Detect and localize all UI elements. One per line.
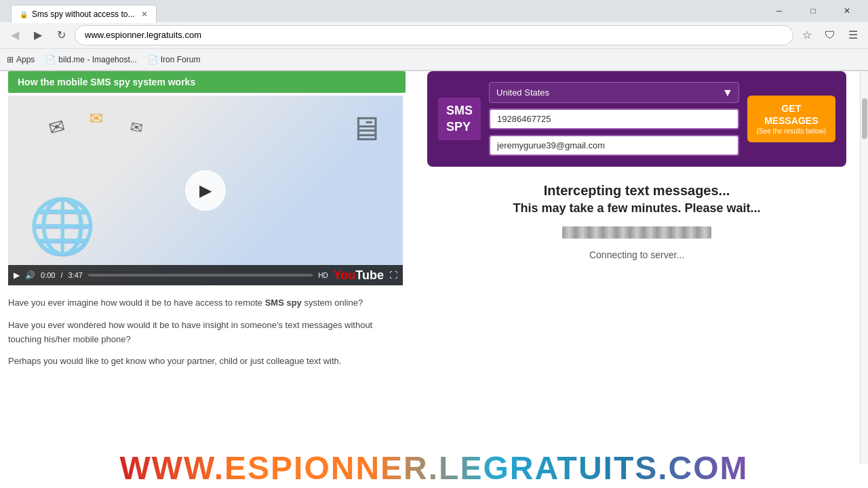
close-btn[interactable]: ✕: [831, 1, 863, 20]
sms-spy-header: SMS SPY United States United Kingdom Can…: [438, 82, 835, 156]
menu-btn[interactable]: ☰: [844, 26, 863, 45]
iron-label: Iron Forum: [161, 55, 201, 64]
btn-sub: (See the results below): [757, 127, 826, 136]
shield-icon[interactable]: 🛡: [821, 26, 840, 45]
title-bar: 🔒 Sms spy without access to... ✕ ─ □ ✕: [0, 0, 868, 22]
tab-favicon: 🔒: [20, 11, 28, 18]
phone-input[interactable]: [489, 108, 739, 129]
loading-bar: [562, 226, 711, 239]
video-container: How to spy SMS without access to target …: [8, 96, 403, 285]
apps-label: Apps: [16, 55, 35, 64]
tab-title: Sms spy without access to...: [32, 9, 134, 19]
country-row: United States United Kingdom Canada ▼: [489, 82, 739, 103]
bookmarks-bar: ⊞ Apps 📄 bild.me - Imagehost... 📄 Iron F…: [0, 49, 868, 70]
left-column: How the mobile SMS spy system works How …: [0, 71, 414, 464]
bookmark-bild[interactable]: 📄 bild.me - Imagehost...: [45, 55, 136, 64]
nav-icons: ☆ 🛡 ☰: [797, 26, 863, 45]
email-input[interactable]: [489, 135, 739, 156]
page-content: How the mobile SMS spy system works How …: [0, 71, 868, 464]
time-current: 0:00: [41, 271, 55, 279]
refresh-btn[interactable]: ↻: [52, 26, 71, 45]
quality-btn[interactable]: HD: [318, 272, 328, 279]
apps-icon: ⊞: [7, 55, 14, 64]
btn-line2: MESSAGES: [757, 115, 826, 127]
para-3: Perhaps you would like to get know who y…: [8, 354, 406, 369]
para1-end: system online?: [302, 298, 363, 308]
time-total: 3:47: [68, 271, 82, 279]
minimize-btn[interactable]: ─: [764, 1, 795, 20]
active-tab[interactable]: 🔒 Sms spy without access to... ✕: [11, 5, 157, 23]
status-subtitle: This may take a few minutes. Please wait…: [427, 201, 846, 216]
play-pause-btn[interactable]: ▶: [14, 270, 20, 280]
progress-bar[interactable]: [88, 274, 313, 277]
page-scrollbar[interactable]: [860, 71, 868, 464]
right-column: SMS SPY United States United Kingdom Can…: [414, 71, 860, 464]
sms-spy-fields: United States United Kingdom Canada ▼: [489, 82, 739, 156]
star-btn[interactable]: ☆: [797, 26, 816, 45]
status-section: Intercepting text messages... This may t…: [427, 183, 846, 260]
sms-spy-label: SMS SPY: [438, 98, 481, 140]
forward-btn[interactable]: ▶: [28, 26, 47, 45]
tab-close-btn[interactable]: ✕: [141, 9, 148, 19]
bild-icon: 📄: [45, 55, 56, 64]
bild-label: bild.me - Imagehost...: [58, 55, 136, 64]
sms-label-line1: SMS: [446, 103, 473, 119]
browser-chrome: 🔒 Sms spy without access to... ✕ ─ □ ✕ ◀…: [0, 0, 868, 71]
text-content: Have you ever imagine how would it be to…: [8, 296, 406, 369]
para-2: Have you ever wondered how would it be t…: [8, 319, 406, 347]
para1-bold: SMS spy: [265, 298, 302, 308]
iron-icon: 📄: [148, 55, 158, 64]
volume-btn[interactable]: 🔊: [25, 270, 35, 280]
dropdown-arrow-icon: ▼: [717, 87, 738, 99]
btn-line1: GET: [757, 102, 826, 115]
fullscreen-btn[interactable]: ⛶: [389, 270, 397, 280]
sms-label-line2: SPY: [446, 119, 473, 135]
bookmark-iron[interactable]: 📄 Iron Forum: [148, 55, 201, 64]
time-separator: /: [60, 271, 62, 279]
country-select[interactable]: United States United Kingdom Canada: [490, 83, 717, 102]
maximize-btn[interactable]: □: [797, 1, 829, 20]
url-bar[interactable]: [75, 25, 793, 45]
get-messages-btn[interactable]: GET MESSAGES (See the results below): [747, 96, 835, 142]
video-controls: ▶ 🔊 0:00 / 3:47 HD YouTube ⛶: [8, 265, 403, 285]
para1-start: Have you ever imagine how would it be to…: [8, 298, 265, 308]
tab-bar: 🔒 Sms spy without access to... ✕: [5, 0, 162, 23]
para-1: Have you ever imagine how would it be to…: [8, 296, 406, 310]
bookmark-apps[interactable]: ⊞ Apps: [7, 55, 35, 64]
video-thumbnail: ✉ ✉ ✉ 🌐 🖥 ▶: [8, 96, 403, 285]
connecting-text: Connecting to server...: [427, 249, 846, 260]
youtube-logo: YouTube: [334, 268, 384, 283]
play-btn[interactable]: ▶: [185, 170, 226, 211]
video-title-bar: How the mobile SMS spy system works: [8, 71, 406, 93]
window-controls: ─ □ ✕: [764, 1, 863, 20]
sms-spy-box: SMS SPY United States United Kingdom Can…: [427, 71, 846, 167]
nav-bar: ◀ ▶ ↻ ☆ 🛡 ☰: [0, 22, 868, 49]
back-btn[interactable]: ◀: [5, 26, 24, 45]
scrollbar-thumb[interactable]: [862, 98, 867, 139]
status-title: Intercepting text messages...: [427, 183, 846, 199]
